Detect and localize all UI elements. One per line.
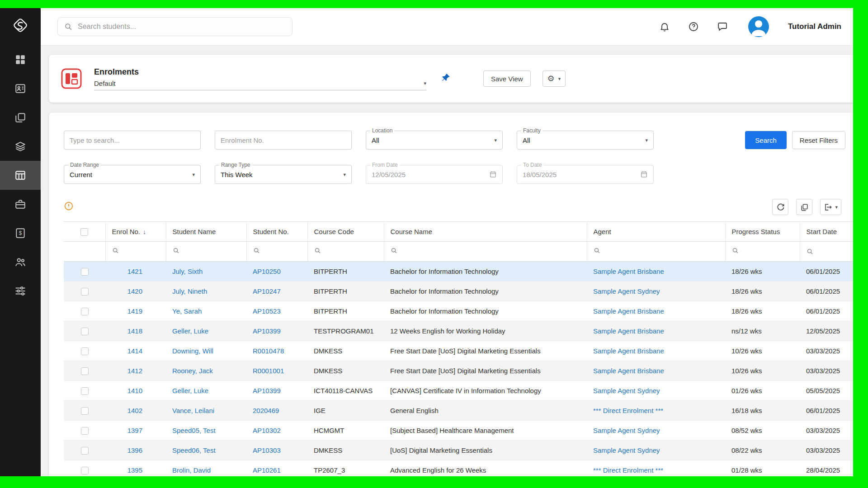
agent-link[interactable]: Sample Agent Sydney (593, 387, 660, 394)
enrol-no-link[interactable]: 1395 (127, 466, 142, 474)
filter-cell-agent[interactable] (587, 242, 725, 262)
sidebar-item-settings[interactable] (0, 277, 41, 305)
student-name-link[interactable]: Geller, Luke (172, 387, 208, 394)
column-header-student-no[interactable]: Student No. (246, 222, 307, 242)
row-checkbox-cell[interactable] (64, 401, 105, 421)
agent-link[interactable]: Sample Agent Sydney (593, 446, 660, 454)
enrol-no-link[interactable]: 1421 (127, 267, 142, 275)
select-all-checkbox-cell[interactable] (64, 222, 105, 242)
app-logo[interactable] (11, 16, 29, 36)
enrol-no-link[interactable]: 1396 (127, 446, 142, 454)
student-no-link[interactable]: AP10302 (253, 427, 281, 434)
sidebar-item-finance[interactable]: $ (0, 219, 41, 248)
enrol-no-link[interactable]: 1397 (127, 427, 142, 434)
table-row[interactable]: 1420 July, Nineth AP10247 BITPERTH Bache… (64, 282, 853, 301)
student-no-link[interactable]: 2020469 (253, 407, 279, 414)
agent-link[interactable]: Sample Agent Sydney (593, 287, 660, 295)
student-no-link[interactable]: AP10523 (253, 307, 281, 315)
student-no-link[interactable]: AP10261 (253, 466, 281, 474)
agent-link[interactable]: Sample Agent Brisbane (593, 307, 664, 315)
sidebar-item-students[interactable] (0, 74, 41, 103)
table-row[interactable]: 1402 Vance, Leilani 2020469 IGE General … (64, 401, 853, 421)
filter-cell-student-name[interactable] (166, 242, 246, 262)
range-type-select[interactable]: Range Type This Week ▾ (215, 165, 352, 184)
row-checkbox-cell[interactable] (64, 262, 105, 282)
column-header-student-name[interactable]: Student Name (166, 222, 246, 242)
column-header-start-date[interactable]: Start Date (800, 222, 853, 242)
student-name-link[interactable]: July, Nineth (172, 287, 207, 295)
student-name-link[interactable]: Vance, Leilani (172, 407, 214, 414)
agent-link[interactable]: *** Direct Enrolment *** (593, 466, 663, 474)
student-name-link[interactable]: Speed05, Test (172, 427, 216, 434)
sidebar-item-documents[interactable] (0, 103, 41, 132)
sidebar-item-services[interactable] (0, 190, 41, 219)
location-select[interactable]: Location All ▾ (366, 131, 503, 150)
row-checkbox[interactable] (81, 427, 89, 435)
row-checkbox-cell[interactable] (64, 460, 105, 477)
faculty-select[interactable]: Faculty All ▾ (517, 131, 654, 150)
table-row[interactable]: 1412 Rooney, Jack R0001001 DMKESS Free S… (64, 361, 853, 381)
row-checkbox[interactable] (81, 467, 89, 474)
sidebar-item-dashboard[interactable] (0, 45, 41, 74)
row-checkbox-cell[interactable] (64, 301, 105, 321)
table-row[interactable]: 1421 July, Sixth AP10250 BITPERTH Bachel… (64, 262, 853, 282)
student-no-link[interactable]: AP10247 (253, 287, 281, 295)
filter-search-input[interactable] (64, 131, 201, 150)
refresh-button[interactable] (772, 199, 788, 215)
row-checkbox[interactable] (81, 328, 89, 335)
row-checkbox-cell[interactable] (64, 321, 105, 341)
filter-cell-course-code[interactable] (307, 242, 384, 262)
row-checkbox[interactable] (81, 347, 89, 355)
student-no-link[interactable]: AP10399 (253, 327, 281, 335)
filter-cell-student-no[interactable] (246, 242, 307, 262)
student-name-link[interactable]: July, Sixth (172, 267, 203, 275)
row-checkbox[interactable] (81, 308, 89, 315)
column-header-progress-status[interactable]: Progress Status (725, 222, 800, 242)
table-row[interactable]: 1419 Ye, Sarah AP10523 BITPERTH Bachelor… (64, 301, 853, 321)
enrol-no-link[interactable]: 1419 (127, 307, 142, 315)
student-search-input[interactable] (77, 22, 286, 31)
copy-button[interactable] (796, 199, 812, 215)
view-settings-button[interactable]: ⚙ ▾ (542, 70, 566, 87)
table-row[interactable]: 1410 Geller, Luke AP10399 ICT40118-CANVA… (64, 381, 853, 401)
user-avatar[interactable] (748, 16, 769, 37)
table-row[interactable]: 1397 Speed05, Test AP10302 HCMGMT [Subje… (64, 421, 853, 441)
column-header-course-code[interactable]: Course Code (307, 222, 384, 242)
export-button[interactable]: ▾ (820, 199, 841, 215)
filter-cell-progress[interactable] (725, 242, 800, 262)
enrol-no-link[interactable]: 1412 (127, 367, 142, 375)
student-name-link[interactable]: Rooney, Jack (172, 367, 213, 375)
student-no-link[interactable]: AP10303 (253, 446, 281, 454)
enrol-no-link[interactable]: 1418 (127, 327, 142, 335)
student-no-link[interactable]: R0001001 (253, 367, 284, 375)
student-name-link[interactable]: Speed06, Test (172, 446, 216, 454)
pin-view-button[interactable] (441, 73, 451, 84)
table-row[interactable]: 1395 Brolin, David AP10261 TP2607_3 Adva… (64, 460, 853, 477)
view-select-dropdown[interactable]: Default ▾ (94, 80, 426, 90)
student-no-link[interactable]: R0010478 (253, 347, 284, 355)
sidebar-item-agents[interactable] (0, 248, 41, 277)
filter-cell-course-name[interactable] (384, 242, 587, 262)
row-checkbox[interactable] (81, 367, 89, 375)
student-no-link[interactable]: AP10250 (253, 267, 281, 275)
agent-link[interactable]: Sample Agent Brisbane (593, 347, 664, 355)
enrol-no-link[interactable]: 1420 (127, 287, 142, 295)
column-header-enrol-no[interactable]: Enrol No.↓ (105, 222, 166, 242)
reset-filters-button[interactable]: Reset Filters (792, 131, 845, 149)
date-range-select[interactable]: Date Range Current ▾ (64, 165, 201, 184)
student-name-link[interactable]: Ye, Sarah (172, 307, 202, 315)
student-name-link[interactable]: Downing, Will (172, 347, 213, 355)
row-checkbox[interactable] (81, 387, 89, 395)
row-checkbox[interactable] (81, 447, 89, 455)
save-view-button[interactable]: Save View (483, 70, 531, 87)
row-checkbox-cell[interactable] (64, 421, 105, 441)
info-warning-icon[interactable] (64, 201, 74, 213)
row-checkbox-cell[interactable] (64, 361, 105, 381)
row-checkbox-cell[interactable] (64, 341, 105, 361)
search-button[interactable]: Search (745, 131, 787, 149)
row-checkbox-cell[interactable] (64, 381, 105, 401)
agent-link[interactable]: Sample Agent Sydney (593, 427, 660, 434)
row-checkbox[interactable] (81, 407, 89, 415)
messages-button[interactable] (717, 21, 728, 33)
column-header-agent[interactable]: Agent (587, 222, 725, 242)
